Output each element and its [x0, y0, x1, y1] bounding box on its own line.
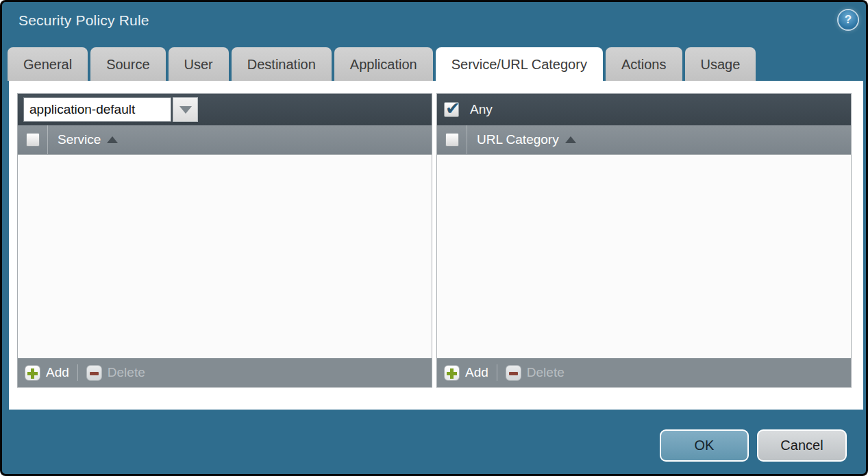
ok-button[interactable]: OK	[660, 429, 749, 462]
tab-destination[interactable]: Destination	[232, 47, 332, 81]
any-label: Any	[470, 102, 493, 117]
service-list[interactable]	[18, 155, 432, 358]
any-checkbox[interactable]	[444, 102, 459, 117]
url-category-delete-label: Delete	[527, 365, 565, 380]
url-category-select-all-checkbox[interactable]	[445, 133, 459, 147]
plus-icon	[444, 365, 460, 381]
url-category-column-header[interactable]: URL Category	[477, 132, 576, 147]
tab-usage[interactable]: Usage	[685, 47, 756, 81]
footer-divider	[77, 364, 78, 381]
service-header-checkbox-cell	[18, 125, 48, 154]
url-category-header-checkbox-cell	[437, 125, 467, 154]
service-add-label: Add	[46, 365, 69, 380]
service-select-all-checkbox[interactable]	[26, 133, 40, 147]
sort-ascending-icon	[107, 136, 118, 143]
url-category-table-header: URL Category	[437, 125, 851, 155]
tab-service-url-category[interactable]: Service/URL Category	[436, 47, 603, 81]
tab-general[interactable]: General	[8, 47, 88, 81]
chevron-down-icon	[179, 106, 192, 114]
tab-user[interactable]: User	[169, 47, 229, 81]
service-type-dropdown[interactable]: application-default	[23, 97, 198, 122]
service-panel: application-default Service	[17, 93, 432, 388]
service-footer: Add Delete	[18, 358, 432, 387]
service-table-header: Service	[18, 125, 432, 155]
service-type-dropdown-value[interactable]: application-default	[23, 97, 171, 122]
service-toolbar: application-default	[18, 94, 432, 125]
tab-source[interactable]: Source	[90, 47, 165, 81]
tab-application[interactable]: Application	[334, 47, 433, 81]
tab-bar: GeneralSourceUserDestinationApplicationS…	[8, 47, 758, 81]
url-category-footer: Add Delete	[437, 358, 851, 387]
url-category-add-label: Add	[465, 365, 488, 380]
minus-icon	[506, 365, 521, 381]
security-policy-rule-dialog: Security Policy Rule ? GeneralSourceUser…	[0, 0, 868, 476]
url-category-toolbar: Any	[437, 94, 851, 125]
tab-actions[interactable]: Actions	[606, 47, 682, 81]
url-category-column-label: URL Category	[477, 132, 559, 147]
url-category-add-button[interactable]: Add	[444, 365, 488, 381]
service-column-label: Service	[58, 132, 101, 147]
minus-icon	[86, 365, 102, 381]
service-type-dropdown-button[interactable]	[173, 97, 198, 122]
service-delete-label: Delete	[108, 365, 145, 380]
service-column-header[interactable]: Service	[58, 132, 118, 147]
url-category-delete-button[interactable]: Delete	[506, 365, 565, 381]
plus-icon	[25, 365, 40, 381]
dialog-title: Security Policy Rule	[18, 12, 149, 29]
url-category-list[interactable]	[437, 155, 851, 358]
footer-divider	[497, 364, 497, 381]
help-icon[interactable]: ?	[839, 10, 858, 29]
cancel-button[interactable]: Cancel	[757, 429, 847, 462]
service-delete-button[interactable]: Delete	[86, 365, 145, 381]
content-area: application-default Service	[9, 81, 863, 410]
url-category-panel: Any URL Category Add	[436, 93, 852, 388]
service-add-button[interactable]: Add	[25, 365, 69, 381]
sort-ascending-icon	[565, 136, 576, 143]
